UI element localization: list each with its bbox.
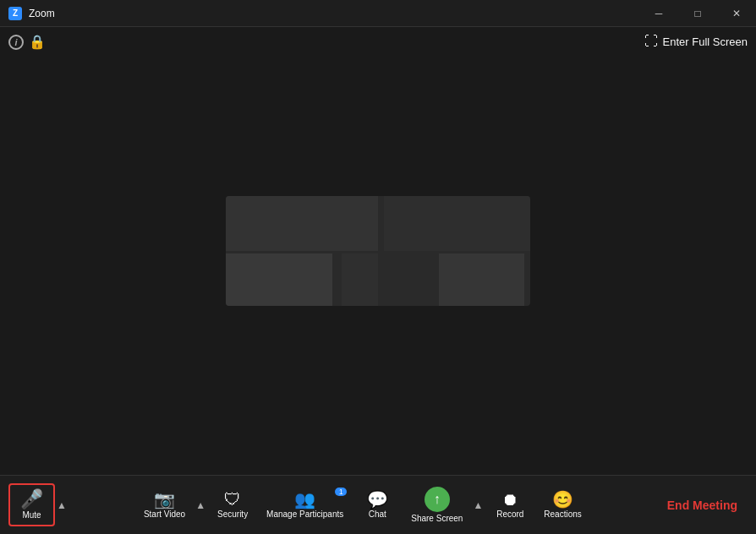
security-icon: 🛡 [224,491,241,508]
maximize-button[interactable]: □ [678,0,717,27]
chat-label: Chat [369,510,386,519]
window-title: Zoom [29,8,55,19]
manage-participants-button[interactable]: 👥 1 Manage Participants [258,486,352,524]
chat-icon: 💬 [367,491,388,508]
lock-icon: 🔒 [29,34,46,50]
title-bar: Z Zoom ─ □ ✕ [0,0,756,27]
microphone-icon: 🎤 [20,490,43,509]
record-icon: ⏺ [501,491,518,508]
pixel-block-1 [226,196,378,251]
record-label: Record [496,510,523,519]
participants-icon: 👥 [294,491,315,508]
minimize-button[interactable]: ─ [639,0,678,27]
close-button[interactable]: ✕ [717,0,756,27]
start-video-button[interactable]: 📷 Start Video [135,486,194,524]
title-bar-left: Z Zoom [0,7,55,20]
share-screen-label: Share Screen [411,515,463,523]
mute-chevron[interactable]: ▲ [55,476,68,535]
end-meeting-button[interactable]: End Meeting [657,492,748,519]
pixel-block-4 [342,253,378,306]
fullscreen-icon: ⛶ [644,34,658,49]
participants-badge: 1 [335,488,347,496]
chat-button[interactable]: 💬 Chat [352,486,403,524]
mute-button[interactable]: 🎤 Mute [8,483,55,526]
share-chevron[interactable]: ▲ [471,476,485,535]
toolbar-right: End Meeting [657,492,748,519]
security-button[interactable]: 🛡 Security [207,486,258,524]
video-preview-area [226,196,530,306]
fullscreen-button[interactable]: ⛶ Enter Full Screen [644,34,748,49]
toolbar-left: 🎤 Mute ▲ [8,476,68,535]
toolbar: 🎤 Mute ▲ 📷 Start Video ▲ 🛡 Security 👥 1 … [0,475,756,534]
manage-participants-label: Manage Participants [266,510,343,519]
mute-label: Mute [22,511,41,520]
start-video-label: Start Video [144,510,185,519]
pixelated-video [226,196,530,306]
reactions-icon: 😊 [552,491,573,508]
window-controls: ─ □ ✕ [639,0,756,27]
video-chevron[interactable]: ▲ [194,476,207,535]
share-screen-icon: ↑ [434,492,441,507]
info-icon[interactable]: i [8,35,24,50]
security-label: Security [217,510,248,519]
share-screen-button[interactable]: ↑ Share Screen [403,482,471,528]
pixel-block-2 [384,196,530,251]
app-icon: Z [8,7,22,20]
reactions-label: Reactions [544,510,581,519]
record-button[interactable]: ⏺ Record [485,486,535,524]
main-content: i 🔒 ⛶ Enter Full Screen [0,27,756,475]
pixel-block-5 [439,253,524,306]
reactions-button[interactable]: 😊 Reactions [535,486,589,524]
share-screen-icon-wrap: ↑ [425,487,450,512]
fullscreen-label: Enter Full Screen [663,35,748,48]
video-off-icon: 📷 [154,491,175,508]
toolbar-center: 📷 Start Video ▲ 🛡 Security 👥 1 Manage Pa… [68,476,657,535]
pixel-block-3 [226,253,332,306]
top-left-icons: i 🔒 [8,34,46,50]
